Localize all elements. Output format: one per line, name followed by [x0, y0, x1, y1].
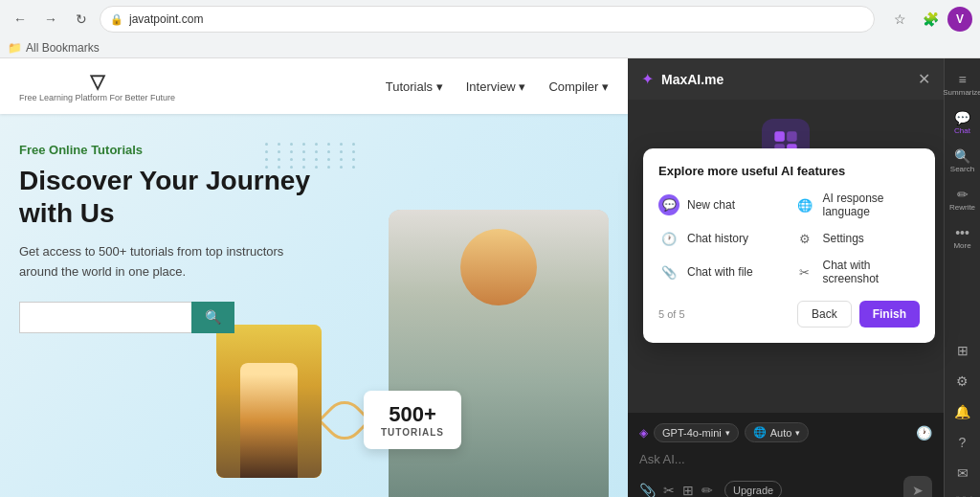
- site-logo: ▽ Free Learning Platform For Better Futu…: [19, 70, 175, 102]
- address-bar-container: 🔒: [100, 6, 875, 33]
- hero-text: Free Online Tutorials Discover Your Jour…: [19, 143, 325, 468]
- settings-explore-icon: ⚙: [794, 228, 815, 249]
- address-bar-input[interactable]: [129, 12, 864, 26]
- explore-footer: 5 of 5 Back Finish: [658, 301, 920, 328]
- forward-button[interactable]: →: [38, 7, 63, 32]
- globe-icon: 🌐: [753, 426, 767, 439]
- scissors-icon[interactable]: ✂: [663, 483, 675, 497]
- back-button[interactable]: ←: [8, 7, 33, 32]
- reload-button[interactable]: ↻: [69, 7, 94, 32]
- explore-item-ai-response-lang[interactable]: 🌐 AI response language: [794, 192, 921, 218]
- hero-search: 🔍: [19, 302, 325, 333]
- fullscreen-icon: ⊞: [957, 343, 969, 358]
- logo-subtitle: Free Learning Platform For Better Future: [19, 93, 175, 102]
- browser-icons: ☆ 🧩 V: [886, 6, 972, 33]
- lock-icon: 🔒: [110, 13, 123, 26]
- chat-history-label: Chat history: [687, 232, 748, 245]
- star-button[interactable]: ☆: [886, 6, 913, 33]
- chat-screenshot-icon: ✂: [794, 261, 815, 282]
- bookmarks-bar: 📁 All Bookmarks: [0, 38, 980, 57]
- sidebar-item-mail[interactable]: ✉: [946, 460, 980, 488]
- explore-item-chat-history[interactable]: 🕐 Chat history: [658, 228, 785, 249]
- notification-icon: 🔔: [954, 404, 970, 419]
- model-chevron-icon: ▾: [725, 428, 730, 438]
- hero-title: Discover Your Journey with Us: [19, 165, 325, 229]
- svg-rect-0: [774, 131, 785, 142]
- chat-file-label: Chat with file: [687, 265, 753, 279]
- sidebar-item-fullscreen[interactable]: ⊞: [946, 337, 980, 366]
- maxai-model-icon: ◈: [639, 426, 648, 440]
- send-button[interactable]: ➤: [903, 476, 932, 497]
- history-icon[interactable]: 🕐: [916, 425, 932, 441]
- help-icon: ?: [959, 435, 967, 450]
- sidebar-item-help[interactable]: ?: [946, 429, 980, 458]
- model-label: GPT-4o-mini: [662, 427, 722, 439]
- settings-icon: ⚙: [956, 373, 969, 389]
- search-label: Search: [950, 166, 974, 173]
- explore-buttons: Back Finish: [797, 301, 920, 328]
- tutorial-count: 500+: [381, 402, 444, 427]
- hero-search-input[interactable]: [19, 302, 191, 333]
- ai-response-lang-icon: 🌐: [794, 194, 815, 215]
- explore-pagination: 5 of 5: [658, 308, 685, 320]
- sidebar-item-summarize[interactable]: ≡ Summarize: [946, 66, 980, 102]
- maxai-logo-icon: ✦: [641, 70, 654, 88]
- right-sidebar: ≡ Summarize 💬 Chat 🔍 Search ✏ Rewrite ••…: [944, 58, 980, 497]
- sidebar-item-chat[interactable]: 💬 Chat: [946, 104, 980, 141]
- hero-description: Get access to 500+ tutorials from top in…: [19, 242, 325, 282]
- tutorial-label: TUTORIALS: [381, 427, 444, 438]
- svg-rect-1: [787, 131, 797, 142]
- explore-item-settings[interactable]: ⚙ Settings: [794, 228, 921, 249]
- new-chat-icon: 💬: [658, 194, 679, 215]
- explore-grid: 💬 New chat 🌐 AI response language 🕐 Chat…: [658, 192, 920, 285]
- tutorials-nav-link[interactable]: Tutorials ▾: [386, 79, 443, 94]
- chat-label: Chat: [954, 127, 970, 135]
- maxai-model-selector[interactable]: GPT-4o-mini ▾: [654, 423, 739, 442]
- lang-label: Auto: [770, 427, 792, 439]
- grid-icon[interactable]: ⊞: [682, 483, 694, 497]
- upgrade-button[interactable]: Upgrade: [724, 481, 782, 497]
- browser-chrome: ← → ↻ 🔒 ☆ 🧩 V 📁 All Bookmarks: [0, 0, 980, 58]
- sidebar-item-more[interactable]: ••• More: [946, 219, 980, 256]
- maxai-text-input[interactable]: [639, 452, 932, 466]
- sidebar-item-rewrite[interactable]: ✏ Rewrite: [946, 181, 980, 217]
- maxai-close-button[interactable]: ✕: [918, 70, 930, 88]
- attachment-icon[interactable]: 📎: [639, 483, 656, 497]
- explore-item-new-chat[interactable]: 💬 New chat: [658, 192, 785, 218]
- explore-back-button[interactable]: Back: [797, 301, 852, 328]
- interview-nav-link[interactable]: Interview ▾: [466, 79, 526, 94]
- sidebar-item-notifications[interactable]: 🔔: [946, 398, 980, 427]
- maxai-model-bar: ◈ GPT-4o-mini ▾ 🌐 Auto ▾ 🕐: [639, 422, 932, 442]
- explore-finish-button[interactable]: Finish: [859, 301, 920, 328]
- compiler-nav-link[interactable]: Compiler ▾: [548, 79, 609, 94]
- sidebar-item-settings[interactable]: ⚙: [946, 368, 980, 396]
- mail-icon: ✉: [957, 465, 969, 481]
- ai-response-lang-label: AI response language: [823, 192, 921, 218]
- logo-icon: ▽: [90, 70, 104, 93]
- rewrite-icon: ✏: [957, 187, 969, 202]
- hero-search-button[interactable]: 🔍: [191, 302, 234, 333]
- explore-item-chat-file[interactable]: 📎 Chat with file: [658, 259, 785, 285]
- maxai-title: MaxAI.me: [661, 72, 910, 87]
- sidebar-item-search[interactable]: 🔍 Search: [946, 143, 980, 179]
- chat-history-icon: 🕐: [658, 228, 679, 249]
- chat-screenshot-label: Chat with screenshot: [823, 259, 921, 285]
- explore-item-chat-screenshot[interactable]: ✂ Chat with screenshot: [794, 259, 921, 285]
- profile-avatar[interactable]: V: [947, 7, 972, 32]
- extensions-button[interactable]: 🧩: [917, 6, 944, 33]
- rewrite-label: Rewrite: [949, 204, 975, 212]
- more-label: More: [953, 242, 970, 250]
- chat-file-icon: 📎: [658, 261, 679, 282]
- browser-toolbar: ← → ↻ 🔒 ☆ 🧩 V: [0, 0, 980, 38]
- maxai-action-bar: 📎 ✂ ⊞ ✏ Upgrade ➤: [639, 476, 932, 497]
- maxai-lang-selector[interactable]: 🌐 Auto ▾: [745, 422, 810, 442]
- tutorial-card: 500+ TUTORIALS: [364, 391, 461, 449]
- website-content: ▽ Free Learning Platform For Better Futu…: [0, 58, 628, 497]
- settings-explore-label: Settings: [823, 232, 864, 245]
- person-image-2: [389, 210, 609, 497]
- version-text: v8.0.4: [948, 490, 977, 497]
- bookmarks-label: All Bookmarks: [26, 41, 100, 55]
- edit-icon[interactable]: ✏: [702, 483, 713, 497]
- site-nav-links: Tutorials ▾ Interview ▾ Compiler ▾: [386, 79, 609, 94]
- chat-icon: 💬: [954, 110, 970, 125]
